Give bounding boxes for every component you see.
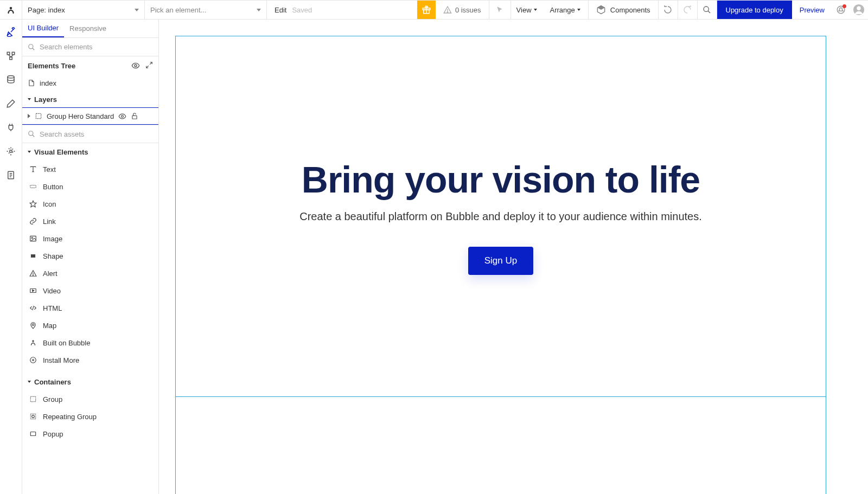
svg-point-16 [8, 76, 14, 79]
svg-marker-35 [30, 201, 36, 207]
expand-icon[interactable] [145, 61, 153, 69]
preview-button[interactable]: Preview [792, 1, 832, 19]
svg-point-51 [32, 415, 35, 418]
eye-icon[interactable] [118, 112, 126, 120]
redo-button[interactable] [678, 1, 698, 19]
element-image[interactable]: Image [22, 230, 158, 247]
search-assets-input[interactable] [40, 130, 153, 138]
styles-tab-icon[interactable] [6, 99, 16, 108]
element-shape[interactable]: Shape [22, 247, 158, 265]
element-icon[interactable]: Icon [22, 195, 158, 213]
link-icon [29, 217, 37, 225]
chevron-down-icon [534, 9, 537, 11]
svg-rect-50 [30, 414, 35, 419]
element-install-more[interactable]: Install More [22, 351, 158, 369]
category-visual-elements[interactable]: Visual Elements [22, 143, 158, 161]
canvas-area[interactable]: Bring your vision to life Create a beaut… [159, 20, 868, 494]
image-icon [29, 235, 37, 242]
element-built-on-bubble[interactable]: Built on Bubble [22, 334, 158, 351]
page-frame[interactable]: Bring your vision to life Create a beaut… [175, 36, 826, 494]
element-text[interactable]: Text [22, 161, 158, 178]
svg-point-10 [857, 7, 860, 10]
tab-responsive[interactable]: Responsive [64, 20, 112, 37]
svg-rect-11 [7, 52, 10, 55]
svg-point-6 [704, 7, 709, 11]
svg-rect-29 [132, 116, 137, 119]
svg-point-44 [32, 324, 34, 326]
view-menu[interactable]: View [511, 1, 542, 19]
data-tab-icon[interactable] [6, 75, 16, 85]
chevron-down-icon [135, 9, 139, 11]
hero-headline[interactable]: Bring your vision to life [302, 158, 700, 201]
page-dropdown[interactable]: Page: index [22, 1, 145, 19]
settings-tab-icon[interactable] [6, 146, 16, 156]
elements-tree-header: Elements Tree [22, 56, 158, 75]
element-link[interactable]: Link [22, 213, 158, 230]
edit-label[interactable]: Edit [275, 6, 286, 14]
svg-rect-49 [30, 396, 35, 401]
element-repeating-group[interactable]: Repeating Group [22, 408, 158, 425]
element-video[interactable]: Video [22, 282, 158, 299]
hero-subtext[interactable]: Create a beautiful platform on Bubble an… [299, 210, 702, 223]
page-empty-area[interactable] [176, 397, 826, 494]
svg-rect-27 [36, 113, 41, 118]
chevron-down-icon [28, 381, 31, 383]
tab-ui-builder[interactable]: UI Builder [22, 20, 64, 37]
svg-rect-12 [12, 52, 15, 55]
logs-tab-icon[interactable] [6, 170, 16, 180]
element-popup[interactable]: Popup [22, 425, 158, 442]
layer-group-hero-standard[interactable]: Group Hero Standard [22, 107, 159, 125]
unlock-icon[interactable] [131, 112, 138, 120]
components-button[interactable]: Components [589, 1, 659, 19]
search-button[interactable] [698, 1, 717, 19]
issues-button[interactable]: 0 issues [436, 1, 489, 19]
chevron-down-icon [28, 98, 31, 100]
gift-button[interactable] [417, 1, 436, 19]
eye-icon[interactable] [131, 61, 140, 70]
element-map[interactable]: Map [22, 317, 158, 334]
svg-marker-42 [33, 290, 34, 292]
map-icon [29, 322, 37, 329]
svg-line-43 [33, 306, 34, 310]
svg-rect-38 [31, 254, 35, 258]
upgrade-button[interactable]: Upgrade to deploy [717, 1, 792, 19]
popup-icon [29, 430, 37, 438]
alert-icon [29, 270, 37, 277]
category-containers[interactable]: Containers [22, 373, 158, 390]
svg-line-7 [708, 11, 710, 13]
tree-root-index[interactable]: index [22, 75, 158, 91]
saved-status: Saved [292, 6, 312, 14]
hero-cta-button[interactable]: Sign Up [468, 247, 533, 275]
video-icon [29, 287, 37, 294]
account-avatar[interactable] [850, 1, 868, 19]
search-elements-input[interactable] [40, 43, 153, 51]
element-button[interactable]: Button [22, 178, 158, 195]
chevron-down-icon [577, 9, 580, 11]
notification-dot [843, 4, 846, 8]
element-alert[interactable]: Alert [22, 265, 158, 282]
notifications-button[interactable] [832, 1, 850, 19]
svg-point-37 [31, 238, 33, 239]
design-tab-icon[interactable] [6, 27, 16, 37]
svg-point-5 [447, 11, 448, 12]
button-icon [29, 183, 37, 190]
group-icon [35, 112, 42, 120]
bubble-logo[interactable] [0, 1, 22, 19]
element-html[interactable]: HTML [22, 299, 158, 317]
star-icon [29, 200, 37, 208]
element-dropdown[interactable]: Pick an element... [145, 1, 267, 19]
element-group[interactable]: Group [22, 390, 158, 408]
svg-rect-34 [30, 185, 36, 188]
repeating-group-icon [29, 413, 37, 420]
svg-line-26 [146, 66, 149, 68]
hero-section[interactable]: Bring your vision to life Create a beaut… [176, 36, 826, 397]
page-dropdown-label: Page: index [28, 6, 131, 14]
arrange-menu[interactable]: Arrange [542, 1, 589, 19]
plugins-tab-icon[interactable] [6, 123, 16, 132]
undo-button[interactable] [659, 1, 678, 19]
cursor-tool[interactable] [489, 1, 511, 19]
workflow-tab-icon[interactable] [6, 51, 16, 61]
svg-point-17 [10, 150, 12, 153]
svg-point-0 [10, 7, 12, 10]
layers-header[interactable]: Layers [22, 91, 158, 107]
